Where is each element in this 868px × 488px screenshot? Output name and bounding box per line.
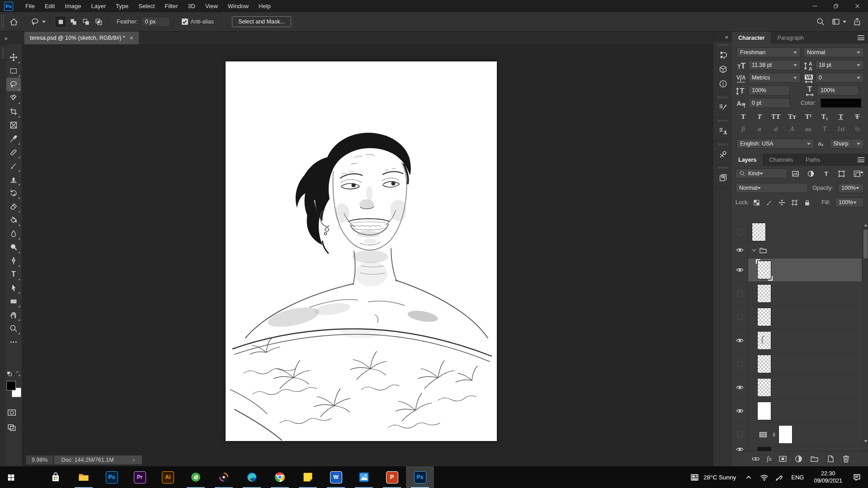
- lock-brush-button[interactable]: [764, 197, 774, 208]
- clock[interactable]: 22:30 09/09/2021: [808, 470, 848, 485]
- document-sizes[interactable]: Doc: 144.2M/761.1M ›: [54, 455, 142, 465]
- visibility-cell[interactable]: [732, 282, 748, 305]
- scrollbar-thumb[interactable]: [863, 230, 868, 258]
- filter-image-icon[interactable]: [790, 168, 801, 179]
- marquee-tool[interactable]: [6, 64, 21, 78]
- tools-grip[interactable]: [0, 44, 6, 466]
- visibility-cell[interactable]: [732, 446, 748, 451]
- taskbar-microsoft-store[interactable]: [42, 466, 70, 488]
- text-antialias-select[interactable]: Sharp: [830, 139, 864, 149]
- taskbar-illustrator[interactable]: Ai: [154, 466, 182, 488]
- layer-row-hair[interactable]: [732, 329, 862, 352]
- font-family-select[interactable]: Freshman: [736, 47, 801, 57]
- layer-thumbnail[interactable]: [757, 284, 771, 303]
- filter-type-icon[interactable]: T: [821, 168, 831, 179]
- lock-move-button[interactable]: [777, 197, 786, 208]
- menu-help[interactable]: Help: [254, 0, 276, 12]
- path-selection-tool[interactable]: [6, 281, 21, 295]
- visibility-cell[interactable]: [732, 399, 748, 422]
- visibility-off-well[interactable]: [737, 229, 743, 235]
- layer-thumbnail[interactable]: [752, 223, 766, 241]
- status-chevron[interactable]: ›: [133, 457, 135, 463]
- brush-settings-panel-button[interactable]: [713, 100, 732, 114]
- visibility-on-icon[interactable]: [736, 266, 744, 274]
- eyedropper-tool[interactable]: [6, 132, 21, 145]
- quick-mask-button[interactable]: [7, 408, 17, 419]
- layer-thumbnail[interactable]: [757, 261, 771, 279]
- notification-center-button[interactable]: [848, 466, 868, 488]
- clone-source-panel-button[interactable]: [713, 123, 732, 138]
- menu-type[interactable]: Type: [111, 0, 133, 12]
- text-color-swatch[interactable]: [821, 99, 861, 108]
- visibility-cell[interactable]: [732, 352, 748, 375]
- swash-button[interactable]: A: [785, 124, 799, 134]
- subscript-button[interactable]: T₁: [818, 112, 831, 122]
- layer-thumbnail[interactable]: [757, 331, 771, 350]
- taskbar-file-explorer[interactable]: [70, 466, 98, 488]
- layers-scrollbar[interactable]: [862, 222, 868, 451]
- gradient-bucket-tool[interactable]: [6, 213, 21, 227]
- info-panel-button[interactable]: [713, 76, 732, 91]
- layer-thumbnail[interactable]: [757, 355, 771, 373]
- taskbar-word[interactable]: W: [322, 466, 350, 488]
- layer-thumbnail[interactable]: [757, 378, 771, 397]
- eraser-tool[interactable]: [6, 200, 21, 213]
- share-icon[interactable]: [853, 17, 862, 26]
- current-tool-button[interactable]: [28, 15, 41, 28]
- pen-tool[interactable]: [6, 254, 21, 267]
- menu-select[interactable]: Select: [133, 0, 160, 12]
- taskbar-media-disc-app[interactable]: [210, 466, 238, 488]
- close-button[interactable]: [847, 0, 868, 12]
- tab-paths[interactable]: Paths: [799, 154, 826, 166]
- default-colors-icon[interactable]: [6, 371, 13, 377]
- tool-presets-panel-button[interactable]: [713, 147, 732, 161]
- healing-brush-tool[interactable]: [6, 145, 21, 159]
- brush-tool[interactable]: [6, 159, 21, 173]
- visibility-cell[interactable]: [732, 222, 748, 242]
- discretionary-ligatures-button[interactable]: st: [769, 124, 783, 134]
- layer-thumbnail[interactable]: [757, 447, 771, 451]
- menu-filter[interactable]: Filter: [160, 0, 183, 12]
- move-tool[interactable]: [6, 51, 21, 64]
- layer-row-shadows[interactable]: [732, 376, 862, 399]
- visibility-on-icon[interactable]: [736, 246, 744, 254]
- visibility-cell[interactable]: [732, 305, 748, 328]
- quick-selection-tool[interactable]: [6, 91, 21, 105]
- history-brush-tool[interactable]: [6, 186, 21, 200]
- visibility-on-icon[interactable]: [736, 407, 744, 415]
- dock-grip[interactable]: [717, 96, 728, 99]
- leading-select[interactable]: 18 pt: [815, 60, 864, 70]
- dock-grip[interactable]: [717, 143, 728, 145]
- strikethrough-button[interactable]: T: [850, 112, 864, 122]
- workspace-caret[interactable]: [843, 21, 846, 23]
- menu-3d[interactable]: 3D: [183, 0, 200, 12]
- intersect-with-selection-button[interactable]: [93, 16, 104, 28]
- tab-character[interactable]: Character: [732, 32, 771, 44]
- clone-stamp-tool[interactable]: [6, 173, 21, 186]
- lock-art-button[interactable]: [790, 197, 799, 208]
- taskbar-edge[interactable]: [238, 466, 266, 488]
- taskbar-sticky-notes[interactable]: [294, 466, 322, 488]
- weather-widget[interactable]: 28°C Sunny: [685, 466, 741, 488]
- feather-input[interactable]: [141, 17, 170, 27]
- all-caps-button[interactable]: TT: [769, 112, 783, 122]
- panel-menu-icon[interactable]: [858, 157, 864, 162]
- ordinals-button[interactable]: 1st: [834, 124, 848, 134]
- layer-thumbnail[interactable]: [757, 402, 771, 420]
- standard-ligatures-button[interactable]: fi: [736, 124, 750, 134]
- layer-mask-thumbnail[interactable]: [778, 425, 793, 444]
- lock-lock-button[interactable]: [802, 197, 811, 208]
- tracking-select[interactable]: 0: [815, 73, 864, 83]
- swap-colors-icon[interactable]: [15, 371, 22, 377]
- font-size-select[interactable]: 11.38 pt: [748, 60, 801, 70]
- visibility-off-well[interactable]: [737, 291, 743, 296]
- fill-select[interactable]: 100%: [835, 197, 864, 207]
- start-button[interactable]: [0, 466, 22, 488]
- scroll-down-arrow[interactable]: [864, 440, 868, 442]
- blur-tool[interactable]: [6, 227, 21, 240]
- document-tab[interactable]: teresa.psd @ 10% (sketch, RGB/8#) * ×: [24, 32, 139, 44]
- history-panel-button[interactable]: [713, 47, 732, 62]
- font-style-select[interactable]: Normal: [803, 47, 864, 57]
- edit-toolbar[interactable]: [6, 335, 21, 349]
- subtract-from-selection-button[interactable]: [80, 16, 92, 28]
